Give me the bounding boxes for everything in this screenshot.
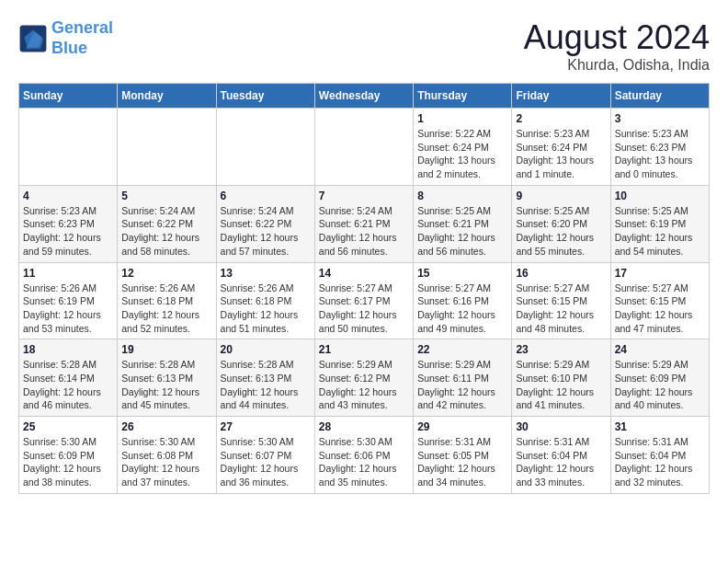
calendar-cell: 26Sunrise: 5:30 AMSunset: 6:08 PMDayligh… xyxy=(118,417,216,494)
calendar-cell: 25Sunrise: 5:30 AMSunset: 6:09 PMDayligh… xyxy=(19,417,118,494)
day-number: 14 xyxy=(319,267,409,280)
calendar-cell xyxy=(314,109,413,186)
day-number: 16 xyxy=(516,267,606,280)
header-friday: Friday xyxy=(512,84,610,109)
calendar-week-row: 11Sunrise: 5:26 AMSunset: 6:19 PMDayligh… xyxy=(19,262,710,339)
calendar-table: SundayMondayTuesdayWednesdayThursdayFrid… xyxy=(18,83,710,494)
day-info: Sunrise: 5:28 AMSunset: 6:13 PMDaylight:… xyxy=(221,358,311,412)
calendar-cell: 9Sunrise: 5:25 AMSunset: 6:20 PMDaylight… xyxy=(512,185,610,262)
day-number: 17 xyxy=(615,267,705,280)
day-info: Sunrise: 5:30 AMSunset: 6:06 PMDaylight:… xyxy=(319,435,409,489)
day-number: 9 xyxy=(516,190,606,202)
day-number: 25 xyxy=(23,420,113,433)
day-info: Sunrise: 5:22 AMSunset: 6:24 PMDaylight:… xyxy=(417,127,507,181)
logo-text: General Blue xyxy=(51,18,113,58)
day-number: 10 xyxy=(615,190,705,202)
calendar-cell: 12Sunrise: 5:26 AMSunset: 6:18 PMDayligh… xyxy=(118,262,216,339)
day-info: Sunrise: 5:29 AMSunset: 6:09 PMDaylight:… xyxy=(615,358,705,412)
calendar-week-row: 18Sunrise: 5:28 AMSunset: 6:14 PMDayligh… xyxy=(19,339,710,417)
calendar-cell: 7Sunrise: 5:24 AMSunset: 6:21 PMDaylight… xyxy=(314,185,413,262)
calendar-cell: 20Sunrise: 5:28 AMSunset: 6:13 PMDayligh… xyxy=(216,339,314,417)
calendar-cell: 29Sunrise: 5:31 AMSunset: 6:05 PMDayligh… xyxy=(414,417,512,494)
day-info: Sunrise: 5:30 AMSunset: 6:07 PMDaylight:… xyxy=(221,435,311,489)
calendar-cell xyxy=(118,109,216,186)
calendar-cell: 10Sunrise: 5:25 AMSunset: 6:19 PMDayligh… xyxy=(610,185,709,262)
day-info: Sunrise: 5:27 AMSunset: 6:17 PMDaylight:… xyxy=(319,282,409,336)
day-info: Sunrise: 5:24 AMSunset: 6:21 PMDaylight:… xyxy=(319,204,409,259)
calendar-cell: 6Sunrise: 5:24 AMSunset: 6:22 PMDaylight… xyxy=(216,185,314,262)
title-block: August 2024 Khurda, Odisha, India xyxy=(524,18,710,74)
day-info: Sunrise: 5:24 AMSunset: 6:22 PMDaylight:… xyxy=(221,204,311,259)
calendar-cell: 18Sunrise: 5:28 AMSunset: 6:14 PMDayligh… xyxy=(19,339,118,417)
calendar-cell: 27Sunrise: 5:30 AMSunset: 6:07 PMDayligh… xyxy=(216,417,314,494)
day-info: Sunrise: 5:27 AMSunset: 6:16 PMDaylight:… xyxy=(417,282,507,336)
day-number: 21 xyxy=(319,343,409,356)
calendar-week-row: 4Sunrise: 5:23 AMSunset: 6:23 PMDaylight… xyxy=(19,185,710,262)
header-tuesday: Tuesday xyxy=(216,84,314,109)
day-info: Sunrise: 5:25 AMSunset: 6:20 PMDaylight:… xyxy=(516,204,606,259)
calendar-cell: 3Sunrise: 5:23 AMSunset: 6:23 PMDaylight… xyxy=(610,109,709,186)
day-info: Sunrise: 5:26 AMSunset: 6:18 PMDaylight:… xyxy=(121,282,211,336)
day-number: 22 xyxy=(417,343,507,356)
page-header: General Blue August 2024 Khurda, Odisha,… xyxy=(18,18,710,74)
calendar-week-row: 1Sunrise: 5:22 AMSunset: 6:24 PMDaylight… xyxy=(19,109,710,186)
day-number: 26 xyxy=(121,420,211,433)
day-number: 13 xyxy=(221,267,311,280)
day-info: Sunrise: 5:26 AMSunset: 6:19 PMDaylight:… xyxy=(23,282,113,336)
day-info: Sunrise: 5:26 AMSunset: 6:18 PMDaylight:… xyxy=(221,282,311,336)
calendar-cell: 8Sunrise: 5:25 AMSunset: 6:21 PMDaylight… xyxy=(414,185,512,262)
calendar-week-row: 25Sunrise: 5:30 AMSunset: 6:09 PMDayligh… xyxy=(19,417,710,494)
header-wednesday: Wednesday xyxy=(314,84,413,109)
calendar-cell: 17Sunrise: 5:27 AMSunset: 6:15 PMDayligh… xyxy=(610,262,709,339)
day-info: Sunrise: 5:31 AMSunset: 6:04 PMDaylight:… xyxy=(516,435,606,489)
day-number: 31 xyxy=(615,420,705,433)
logo: General Blue xyxy=(18,18,113,58)
day-number: 18 xyxy=(23,343,113,356)
calendar-cell: 1Sunrise: 5:22 AMSunset: 6:24 PMDaylight… xyxy=(414,109,512,186)
day-info: Sunrise: 5:23 AMSunset: 6:23 PMDaylight:… xyxy=(23,204,113,259)
day-number: 19 xyxy=(121,343,211,356)
day-number: 28 xyxy=(319,420,409,433)
day-info: Sunrise: 5:27 AMSunset: 6:15 PMDaylight:… xyxy=(615,282,705,336)
calendar-cell: 4Sunrise: 5:23 AMSunset: 6:23 PMDaylight… xyxy=(19,185,118,262)
header-monday: Monday xyxy=(118,84,216,109)
day-info: Sunrise: 5:29 AMSunset: 6:10 PMDaylight:… xyxy=(516,358,606,412)
day-number: 15 xyxy=(417,267,507,280)
calendar-cell: 19Sunrise: 5:28 AMSunset: 6:13 PMDayligh… xyxy=(118,339,216,417)
day-info: Sunrise: 5:28 AMSunset: 6:14 PMDaylight:… xyxy=(23,358,113,412)
day-number: 29 xyxy=(417,420,507,433)
calendar-cell: 24Sunrise: 5:29 AMSunset: 6:09 PMDayligh… xyxy=(610,339,709,417)
day-number: 5 xyxy=(121,190,211,202)
day-number: 24 xyxy=(615,343,705,356)
day-info: Sunrise: 5:29 AMSunset: 6:12 PMDaylight:… xyxy=(319,358,409,412)
day-info: Sunrise: 5:30 AMSunset: 6:09 PMDaylight:… xyxy=(23,435,113,489)
day-number: 23 xyxy=(516,343,606,356)
calendar-cell: 31Sunrise: 5:31 AMSunset: 6:04 PMDayligh… xyxy=(610,417,709,494)
logo-icon xyxy=(18,24,48,53)
day-info: Sunrise: 5:27 AMSunset: 6:15 PMDaylight:… xyxy=(516,282,606,336)
calendar-header-row: SundayMondayTuesdayWednesdayThursdayFrid… xyxy=(19,84,710,109)
day-number: 3 xyxy=(615,112,705,125)
calendar-cell: 21Sunrise: 5:29 AMSunset: 6:12 PMDayligh… xyxy=(314,339,413,417)
day-info: Sunrise: 5:23 AMSunset: 6:24 PMDaylight:… xyxy=(516,127,606,181)
day-info: Sunrise: 5:31 AMSunset: 6:04 PMDaylight:… xyxy=(615,435,705,489)
calendar-cell: 16Sunrise: 5:27 AMSunset: 6:15 PMDayligh… xyxy=(512,262,610,339)
day-number: 20 xyxy=(221,343,311,356)
calendar-cell: 30Sunrise: 5:31 AMSunset: 6:04 PMDayligh… xyxy=(512,417,610,494)
day-info: Sunrise: 5:24 AMSunset: 6:22 PMDaylight:… xyxy=(121,204,211,259)
day-info: Sunrise: 5:25 AMSunset: 6:19 PMDaylight:… xyxy=(615,204,705,259)
calendar-cell: 5Sunrise: 5:24 AMSunset: 6:22 PMDaylight… xyxy=(118,185,216,262)
day-info: Sunrise: 5:23 AMSunset: 6:23 PMDaylight:… xyxy=(615,127,705,181)
day-number: 11 xyxy=(23,267,113,280)
day-number: 2 xyxy=(516,112,606,125)
header-saturday: Saturday xyxy=(610,84,709,109)
day-number: 4 xyxy=(23,190,113,202)
day-number: 6 xyxy=(221,190,311,202)
header-sunday: Sunday xyxy=(19,84,118,109)
calendar-cell: 13Sunrise: 5:26 AMSunset: 6:18 PMDayligh… xyxy=(216,262,314,339)
calendar-cell: 14Sunrise: 5:27 AMSunset: 6:17 PMDayligh… xyxy=(314,262,413,339)
day-info: Sunrise: 5:29 AMSunset: 6:11 PMDaylight:… xyxy=(417,358,507,412)
day-number: 1 xyxy=(417,112,507,125)
day-info: Sunrise: 5:31 AMSunset: 6:05 PMDaylight:… xyxy=(417,435,507,489)
day-number: 8 xyxy=(417,190,507,202)
